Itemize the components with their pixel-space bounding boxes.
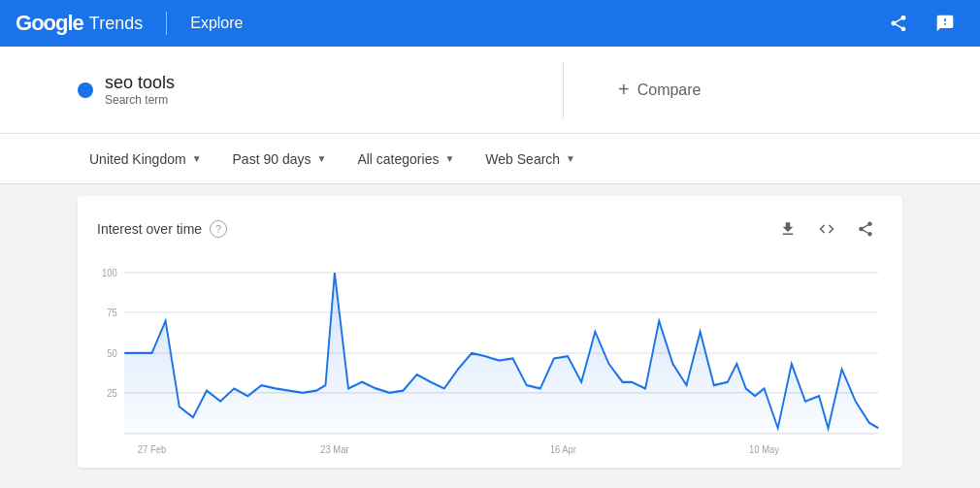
search-term-info: seo tools Search term	[105, 73, 175, 107]
header-divider	[166, 12, 167, 35]
term-type: Search term	[105, 93, 175, 107]
embed-icon	[818, 220, 835, 238]
header-left: Google Trends Explore	[16, 11, 243, 36]
search-term-box: seo tools Search term	[78, 73, 524, 107]
top-header: Google Trends Explore	[0, 0, 980, 47]
period-dropdown-arrow: ▼	[316, 153, 326, 164]
chart-share-icon	[857, 220, 874, 238]
header-icons	[879, 4, 964, 43]
search-type-dropdown-arrow: ▼	[566, 153, 575, 164]
feedback-button[interactable]	[926, 4, 964, 43]
svg-text:25: 25	[107, 388, 117, 400]
compare-button[interactable]: + Compare	[603, 71, 717, 109]
interest-chart: 100 75 50 25 27 Feb 23 Mar 16 Apr 10 May	[97, 262, 883, 466]
filters-bar: United Kingdom ▼ Past 90 days ▼ All cate…	[0, 134, 980, 184]
explore-label: Explore	[190, 15, 243, 32]
svg-text:100: 100	[102, 268, 117, 279]
period-filter[interactable]: Past 90 days ▼	[221, 146, 339, 173]
category-dropdown-arrow: ▼	[444, 153, 454, 164]
share-icon	[889, 14, 908, 33]
google-trends-logo: Google Trends	[16, 11, 143, 36]
chart-area: Interest over time ?	[78, 196, 902, 468]
svg-text:16 Apr: 16 Apr	[550, 443, 577, 455]
category-filter[interactable]: All categories ▼	[345, 146, 466, 173]
compare-plus-icon: +	[618, 79, 630, 101]
search-type-filter[interactable]: Web Search ▼	[474, 146, 587, 173]
search-area: seo tools Search term + Compare	[0, 47, 980, 134]
svg-text:50: 50	[107, 348, 117, 360]
chart-title: Interest over time	[97, 221, 202, 237]
embed-button[interactable]	[809, 211, 844, 246]
chart-share-button[interactable]	[848, 211, 883, 246]
region-dropdown-arrow: ▼	[192, 153, 202, 164]
svg-text:23 Mar: 23 Mar	[320, 443, 349, 455]
term-color-dot	[78, 82, 93, 98]
compare-label: Compare	[637, 81, 702, 99]
share-button[interactable]	[879, 4, 918, 43]
search-divider	[563, 61, 564, 119]
download-icon	[779, 220, 797, 238]
category-label: All categories	[357, 151, 439, 167]
chart-svg-container: 100 75 50 25 27 Feb 23 Mar 16 Apr 10 May	[97, 262, 883, 466]
feedback-icon	[935, 14, 955, 33]
google-logo-text: Google	[16, 11, 83, 36]
period-label: Past 90 days	[233, 151, 311, 167]
search-type-label: Web Search	[485, 151, 560, 167]
svg-text:10 May: 10 May	[749, 443, 780, 455]
chart-actions	[770, 211, 883, 246]
region-label: United Kingdom	[89, 151, 186, 167]
help-icon[interactable]: ?	[210, 220, 227, 238]
svg-text:75: 75	[107, 308, 117, 319]
chart-header: Interest over time ?	[97, 211, 883, 246]
download-button[interactable]	[770, 211, 805, 246]
region-filter[interactable]: United Kingdom ▼	[78, 146, 213, 173]
chart-title-area: Interest over time ?	[97, 220, 227, 238]
term-name: seo tools	[105, 73, 175, 93]
svg-text:27 Feb: 27 Feb	[138, 443, 167, 455]
trends-label: Trends	[89, 14, 143, 34]
